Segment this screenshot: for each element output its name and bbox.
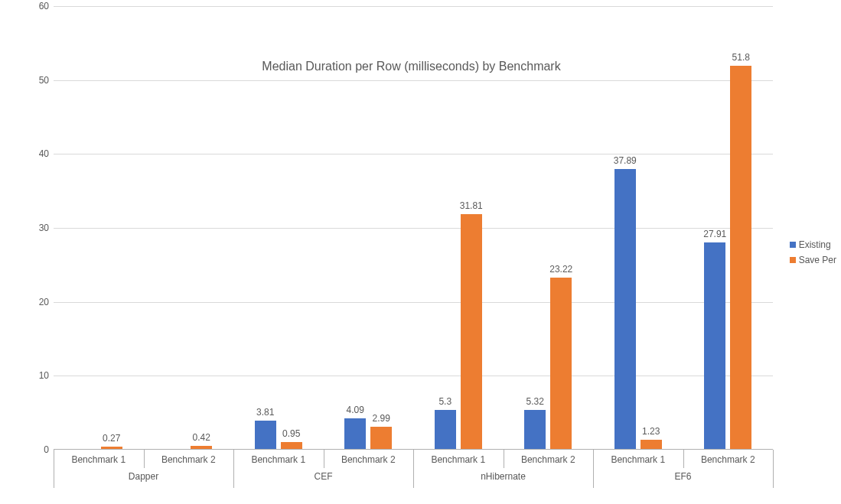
bar-existing: 3.81	[255, 421, 276, 449]
bar-value-label: 4.09	[347, 405, 364, 415]
legend-label: Save Per	[799, 255, 836, 265]
bar-value-label: 0.27	[103, 433, 120, 444]
y-tick-label: 60	[18, 1, 49, 11]
group-separator	[593, 450, 594, 488]
bar-existing: 37.89	[614, 169, 636, 449]
chart-container: Median Duration per Row (milliseconds) b…	[38, 6, 784, 496]
group-separator	[54, 450, 54, 488]
bar-existing: 27.91	[704, 242, 725, 449]
legend-label: Existing	[799, 239, 831, 250]
gridline	[54, 228, 773, 229]
group-separator	[773, 450, 774, 488]
y-tick-label: 40	[18, 148, 49, 159]
legend-item-existing: Existing	[790, 239, 836, 250]
group-separator	[413, 450, 414, 488]
subgroup-separator	[144, 450, 145, 468]
x-group-label: Dapper	[129, 471, 158, 482]
x-sub-label: Benchmark 2	[521, 454, 575, 465]
y-tick-label: 50	[18, 75, 49, 86]
bar-value-label: 37.89	[614, 155, 637, 166]
bar-existing: 4.09	[344, 418, 366, 449]
gridline	[54, 80, 773, 81]
bar-saveper: 31.81	[461, 214, 482, 449]
bar-saveper: 1.23	[641, 440, 662, 449]
x-sub-label: Benchmark 2	[701, 454, 755, 465]
x-sub-label: Benchmark 2	[341, 454, 396, 465]
x-group-label: nHibernate	[481, 471, 526, 482]
bar-existing: 5.3	[435, 410, 456, 449]
bar-value-label: 0.95	[282, 428, 300, 439]
legend-item-saveper: Save Per	[790, 255, 836, 265]
bar-value-label: 2.99	[373, 413, 390, 424]
legend-swatch-icon	[790, 242, 796, 248]
bar-value-label: 23.22	[549, 264, 572, 275]
bar-saveper: 2.99	[370, 427, 392, 449]
gridline	[54, 6, 773, 7]
x-sub-label: Benchmark 2	[161, 454, 216, 465]
x-group-label: EF6	[674, 471, 691, 482]
y-tick-label: 20	[18, 297, 49, 307]
gridline	[54, 302, 773, 303]
bar-saveper: 51.8	[730, 66, 751, 449]
bar-value-label: 1.23	[642, 426, 660, 437]
subgroup-separator	[324, 450, 324, 468]
x-group-label: CEF	[315, 471, 333, 482]
bar-value-label: 0.42	[193, 432, 210, 443]
gridline	[54, 376, 773, 376]
x-sub-label: Benchmark 1	[71, 454, 125, 465]
gridline	[54, 154, 773, 154]
subgroup-separator	[683, 450, 684, 468]
bar-saveper: 0.95	[281, 442, 302, 449]
bar-value-label: 27.91	[703, 229, 726, 239]
bar-value-label: 3.81	[256, 407, 274, 418]
y-tick-label: 30	[18, 223, 49, 233]
y-tick-label: 10	[18, 370, 49, 381]
group-separator	[233, 450, 234, 488]
legend: Existing Save Per	[790, 235, 836, 270]
legend-swatch-icon	[790, 257, 796, 263]
bar-saveper: 23.22	[550, 278, 572, 449]
x-sub-label: Benchmark 1	[611, 454, 665, 465]
bar-value-label: 51.8	[732, 52, 750, 63]
x-sub-label: Benchmark 1	[251, 454, 305, 465]
bar-saveper: 0.42	[191, 446, 212, 449]
bar-saveper: 0.27	[101, 447, 122, 449]
bar-value-label: 31.81	[460, 200, 483, 211]
x-sub-label: Benchmark 1	[431, 454, 485, 465]
plot-area: 01020304050600.27Benchmark 10.42Benchmar…	[54, 6, 773, 450]
bar-value-label: 5.3	[438, 396, 451, 407]
bar-value-label: 5.32	[526, 396, 544, 407]
subgroup-separator	[504, 450, 504, 468]
bar-existing: 5.32	[524, 410, 546, 449]
y-tick-label: 0	[18, 444, 49, 455]
